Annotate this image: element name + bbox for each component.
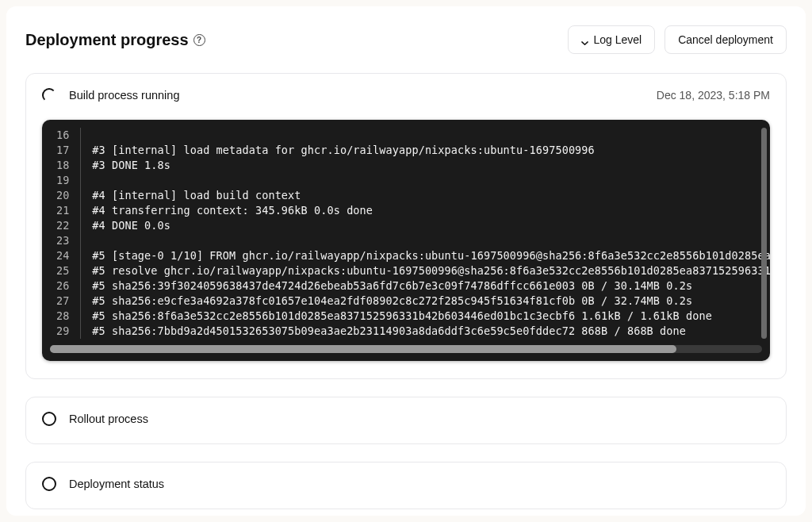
terminal[interactable]: 1617181920212223242526272829 #3 [interna… — [42, 120, 770, 361]
line-number: 23 — [56, 233, 69, 248]
log-line: #4 DONE 0.0s — [92, 218, 759, 233]
log-line: #5 sha256:8f6a3e532cc2e8556b101d0285ea83… — [92, 309, 759, 324]
line-number: 25 — [56, 263, 69, 278]
terminal-gutter: 1617181920212223242526272829 — [42, 128, 81, 339]
cancel-deployment-button[interactable]: Cancel deployment — [665, 25, 787, 54]
line-number: 18 — [56, 158, 69, 173]
rollout-title: Rollout process — [69, 413, 148, 425]
log-line: #5 sha256:e9cfe3a4692a378fc01657e104ea2f… — [92, 294, 759, 309]
build-card: Build process running Dec 18, 2023, 5:18… — [25, 73, 787, 379]
cancel-deployment-label: Cancel deployment — [678, 33, 773, 46]
log-level-button[interactable]: Log Level — [568, 25, 655, 54]
line-number: 24 — [56, 248, 69, 263]
scrollbar-horizontal[interactable] — [50, 345, 762, 353]
log-level-label: Log Level — [593, 33, 642, 46]
log-line: #3 [internal] load metadata for ghcr.io/… — [92, 143, 759, 158]
line-number: 28 — [56, 309, 69, 324]
log-line: #4 [internal] load build context — [92, 188, 759, 203]
build-timestamp: Dec 18, 2023, 5:18 PM — [657, 89, 770, 102]
line-number: 26 — [56, 278, 69, 294]
log-line: #4 transferring context: 345.96kB 0.0s d… — [92, 203, 759, 218]
log-line: #3 DONE 1.8s — [92, 158, 759, 173]
line-number: 22 — [56, 218, 69, 233]
circle-idle-icon — [42, 412, 56, 426]
chevron-down-icon — [581, 36, 588, 44]
log-line: #5 [stage-0 1/10] FROM ghcr.io/railwayap… — [92, 248, 759, 263]
spinner-icon — [42, 88, 56, 102]
log-line — [92, 233, 759, 248]
scrollbar-horizontal-thumb[interactable] — [50, 345, 676, 353]
log-line: #5 resolve ghcr.io/railwayapp/nixpacks:u… — [92, 263, 759, 278]
line-number: 17 — [56, 143, 69, 158]
line-number: 20 — [56, 188, 69, 203]
line-number: 19 — [56, 173, 69, 188]
build-title: Build process running — [69, 89, 179, 102]
circle-idle-icon — [42, 477, 56, 491]
terminal-code: #3 [internal] load metadata for ghcr.io/… — [81, 128, 770, 339]
scrollbar-vertical[interactable] — [761, 128, 767, 339]
status-title: Deployment status — [69, 478, 164, 490]
help-icon[interactable]: ? — [193, 34, 205, 46]
rollout-card[interactable]: Rollout process — [25, 397, 787, 444]
log-line — [92, 128, 759, 143]
log-line: #5 sha256:39f3024059638437de4724d26ebeab… — [92, 278, 759, 294]
line-number: 16 — [56, 128, 69, 143]
status-card[interactable]: Deployment status — [25, 462, 787, 509]
line-number: 21 — [56, 203, 69, 218]
line-number: 29 — [56, 324, 69, 339]
log-line — [92, 173, 759, 188]
page-title: Deployment progress — [25, 31, 189, 49]
line-number: 27 — [56, 294, 69, 309]
log-line: #5 sha256:7bbd9a2d4501532653075b09ea3ae2… — [92, 324, 759, 339]
